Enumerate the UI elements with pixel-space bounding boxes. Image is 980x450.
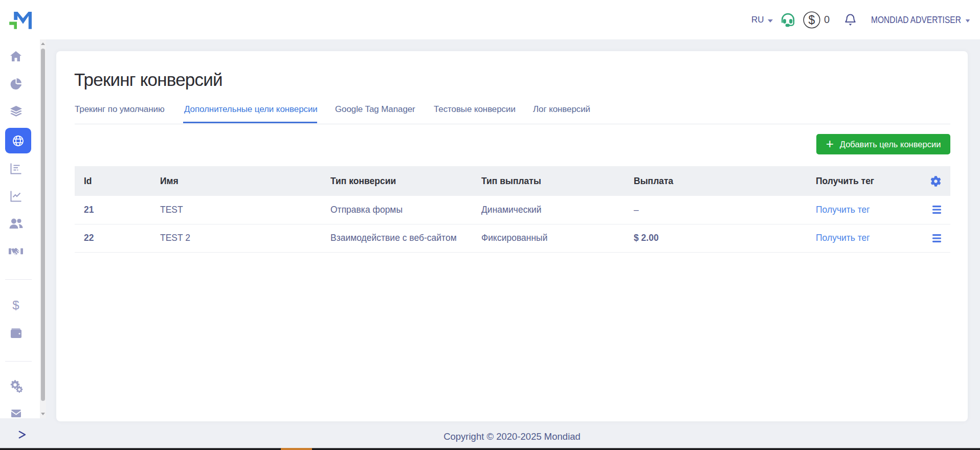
svg-text:$: $ [809,13,815,26]
